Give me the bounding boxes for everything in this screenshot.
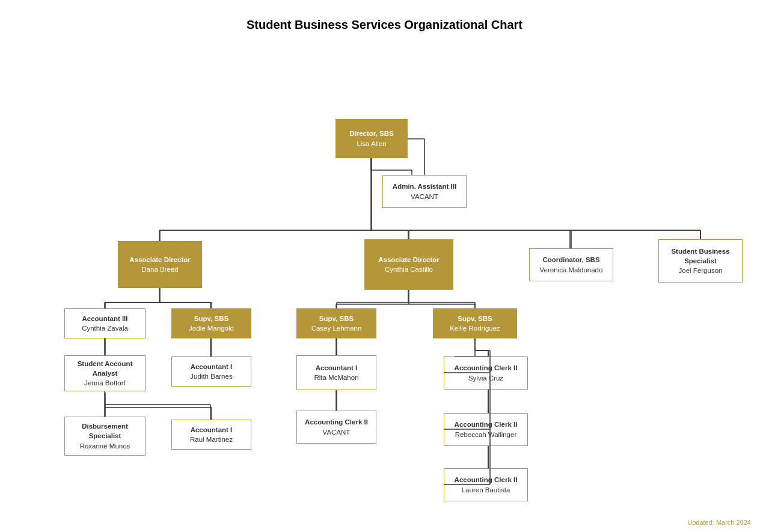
node-coordinator: Coordinator, SBS Veronica Maldonado xyxy=(529,248,613,281)
node-assocdir2: Associate Director Cynthia Castillo xyxy=(364,239,453,290)
node-supv-rodriguez: Supv, SBS Kellie Rodriguez xyxy=(433,308,517,338)
node-admin: Admin. Assistant III VACANT xyxy=(382,175,467,208)
node-acct-martinez: Accountant I Raul Martinez xyxy=(171,420,251,450)
node-supv-mangold: Supv, SBS Jodie Mangold xyxy=(171,308,251,338)
node-disburse: Disbursement Specialist Roxanne Munos xyxy=(64,417,146,456)
node-acct-mcmahon: Accountant I Rita McMahon xyxy=(296,355,376,390)
node-acctclerk-vacant: Accounting Clerk II VACANT xyxy=(296,411,376,444)
node-director: Director, SBS Lisa Allen xyxy=(335,119,408,158)
updated-label: Updated: March 2024 xyxy=(687,519,751,526)
node-assocdir1: Associate Director Dana Breed xyxy=(118,241,202,288)
node-acctclerk-wallinger: Accounting Clerk II Rebeccah Wallinger xyxy=(444,413,528,446)
node-studentbiz: Student Business Specialist Joel Ferguso… xyxy=(658,239,743,283)
node-student-acct: Student Account Analyst Jenna Bottorf xyxy=(64,355,146,391)
node-acctclerk-cruz: Accounting Clerk II Sylvia Cruz xyxy=(444,356,528,390)
node-acctclerk-bautista: Accounting Clerk II Lauren Bautista xyxy=(444,468,528,501)
page-title: Student Business Services Organizational… xyxy=(0,0,769,44)
org-chart: Director, SBS Lisa Allen Admin. Assistan… xyxy=(0,44,769,532)
node-supv-lehmann: Supv, SBS Casey Lehmann xyxy=(296,308,376,338)
node-accountant-iii: Accountant III Cynthia Zavala xyxy=(64,308,146,338)
node-acct-barnes: Accountant I Judith Barnes xyxy=(171,356,251,387)
